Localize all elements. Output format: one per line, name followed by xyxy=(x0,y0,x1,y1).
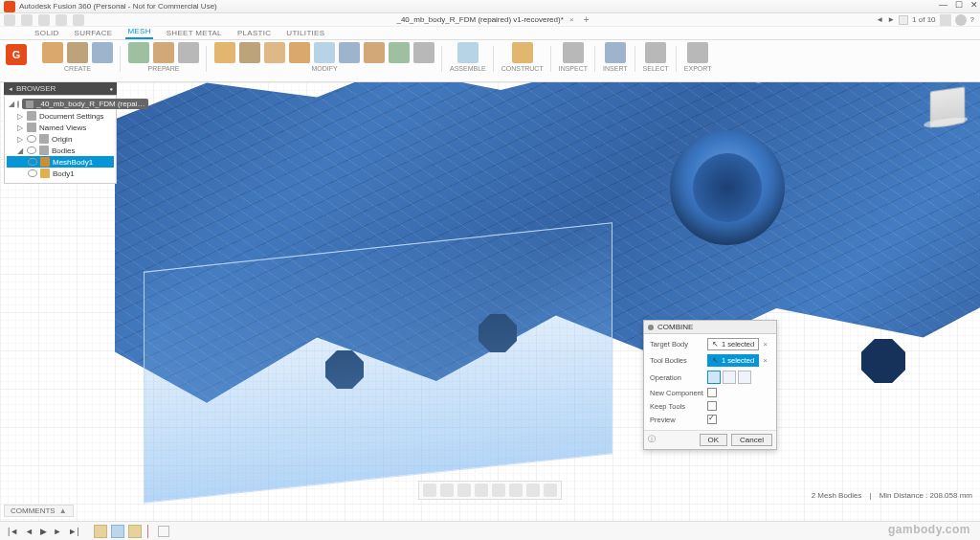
user-account-icon[interactable] xyxy=(955,14,967,26)
tab-sheet-metal[interactable]: SHEET METAL xyxy=(165,28,224,39)
reverse-normal-icon[interactable] xyxy=(389,42,410,63)
tree-item-named-views[interactable]: ▷ Named Views xyxy=(7,122,114,133)
comments-panel-header[interactable]: COMMENTS ▲ xyxy=(4,505,74,517)
scale-mesh-icon[interactable] xyxy=(413,42,434,63)
extensions-icon[interactable] xyxy=(940,14,951,26)
close-tab-icon[interactable]: × xyxy=(569,15,574,24)
tessellate-icon[interactable] xyxy=(92,42,113,63)
tree-item-origin[interactable]: ▷ Origin xyxy=(7,133,114,145)
viewcube-icon[interactable] xyxy=(930,86,966,127)
tab-mesh[interactable]: MESH xyxy=(125,26,152,39)
tab-plastic[interactable]: PLASTIC xyxy=(235,28,273,39)
timeline-feature-icon[interactable] xyxy=(94,525,107,538)
visibility-toggle-icon[interactable] xyxy=(17,101,19,108)
tool-bodies-selector[interactable]: ↖ 1 selected xyxy=(707,354,759,367)
timeline-playhead-icon[interactable] xyxy=(147,525,148,538)
label-operation: Operation xyxy=(650,373,703,382)
assemble-icon[interactable] xyxy=(457,42,479,63)
tree-root[interactable]: ◢ _40_mb_body_R_FDM (repai… xyxy=(7,98,114,110)
direct-edit-icon[interactable] xyxy=(214,42,235,63)
inspect-icon[interactable] xyxy=(563,42,584,63)
timeline-prev-icon[interactable]: ◄ xyxy=(23,527,35,536)
viewport-3d[interactable]: COMBINE Target Body ↖ 1 selected × Tool … xyxy=(0,82,980,521)
remesh-icon[interactable] xyxy=(239,42,260,63)
tab-surface[interactable]: SURFACE xyxy=(73,28,115,39)
dialog-collapse-icon[interactable] xyxy=(648,325,654,330)
timeline-end-icon[interactable]: ►| xyxy=(66,527,80,536)
mesh-hole-icon xyxy=(861,339,905,383)
preview-checkbox[interactable] xyxy=(707,415,717,424)
new-tab-button[interactable]: + xyxy=(584,14,590,25)
timeline-next-icon[interactable]: ► xyxy=(52,527,64,536)
chevron-up-icon[interactable]: ▲ xyxy=(59,506,67,515)
save-icon[interactable] xyxy=(38,14,50,26)
close-button[interactable]: ✕ xyxy=(970,0,978,10)
browser-options-icon[interactable]: ● xyxy=(109,86,113,92)
timeline-play-icon[interactable]: ▶ xyxy=(38,527,49,536)
plane-cut-icon[interactable] xyxy=(289,42,310,63)
combine-mesh-icon[interactable] xyxy=(339,42,360,63)
tree-item-document-settings[interactable]: ▷ Document Settings xyxy=(7,110,114,122)
visibility-toggle-icon[interactable] xyxy=(27,135,36,143)
minimize-button[interactable]: — xyxy=(939,0,947,10)
combine-face-groups-icon[interactable] xyxy=(178,42,199,63)
redo-icon[interactable] xyxy=(73,14,84,26)
viewport-layout-icon[interactable] xyxy=(544,484,557,497)
target-body-selector[interactable]: ↖ 1 selected xyxy=(707,338,759,350)
keep-tools-checkbox[interactable] xyxy=(707,401,717,411)
dialog-info-icon[interactable]: ⓘ xyxy=(648,434,656,446)
shell-icon[interactable] xyxy=(314,42,335,63)
generate-face-groups-icon[interactable] xyxy=(153,42,174,63)
operation-join-icon[interactable] xyxy=(707,371,721,384)
tree-label: Body1 xyxy=(53,169,75,178)
pan-icon[interactable] xyxy=(457,484,471,497)
fit-icon[interactable] xyxy=(492,484,505,497)
select-icon[interactable] xyxy=(645,42,666,63)
ok-button[interactable]: OK xyxy=(700,434,728,446)
tab-grid-icon[interactable] xyxy=(899,15,908,25)
visibility-toggle-icon[interactable] xyxy=(27,146,36,154)
data-panel-icon[interactable] xyxy=(4,14,15,26)
grid-settings-icon[interactable] xyxy=(526,484,540,497)
reduce-icon[interactable] xyxy=(264,42,285,63)
operation-intersect-icon[interactable] xyxy=(738,371,751,384)
timeline-start-icon[interactable]: |◄ xyxy=(6,527,20,536)
tree-item-bodies[interactable]: ◢ Bodies xyxy=(7,145,114,156)
undo-icon[interactable] xyxy=(56,14,67,26)
cancel-button[interactable]: Cancel xyxy=(731,434,772,446)
operation-cut-icon[interactable] xyxy=(723,371,736,384)
dialog-header[interactable]: COMBINE xyxy=(644,321,776,334)
timeline-feature-icon[interactable] xyxy=(111,525,124,538)
repair-icon[interactable] xyxy=(128,42,149,63)
insert-icon[interactable] xyxy=(605,42,626,63)
visibility-toggle-icon[interactable] xyxy=(28,158,37,166)
app-badge-icon[interactable]: G xyxy=(6,44,27,65)
tab-prev-icon[interactable]: ◄ xyxy=(876,15,883,24)
tool-body-selection-box[interactable] xyxy=(144,222,612,504)
tab-solid[interactable]: SOLID xyxy=(33,28,61,39)
zoom-icon[interactable] xyxy=(475,484,488,497)
export-icon[interactable] xyxy=(687,42,708,63)
maximize-button[interactable]: ☐ xyxy=(955,0,963,10)
clear-target-icon[interactable]: × xyxy=(763,340,768,349)
visibility-toggle-icon[interactable] xyxy=(28,169,37,177)
create-mesh-icon[interactable] xyxy=(42,42,63,63)
display-settings-icon[interactable] xyxy=(509,484,523,497)
construct-icon[interactable] xyxy=(512,42,533,63)
tree-item-meshbody1[interactable]: MeshBody1 xyxy=(7,156,114,168)
timeline-feature-icon[interactable] xyxy=(128,525,142,538)
smooth-icon[interactable] xyxy=(364,42,385,63)
file-menu-icon[interactable] xyxy=(21,14,33,26)
help-icon[interactable]: ? xyxy=(970,15,974,24)
insert-mesh-icon[interactable] xyxy=(67,42,88,63)
timeline-settings-icon[interactable] xyxy=(158,526,169,537)
clear-tool-icon[interactable]: × xyxy=(763,356,768,365)
orbit-icon[interactable] xyxy=(423,484,436,497)
document-tab-active[interactable]: _40_mb_body_R_FDM (repaired) v1-recovere… xyxy=(390,14,579,25)
browser-header[interactable]: ◄BROWSER ● xyxy=(4,82,117,95)
look-at-icon[interactable] xyxy=(440,484,454,497)
tree-item-body1[interactable]: Body1 xyxy=(7,168,114,179)
tab-next-icon[interactable]: ► xyxy=(887,15,895,24)
new-component-checkbox[interactable] xyxy=(707,388,717,397)
tab-utilities[interactable]: UTILITIES xyxy=(284,28,326,39)
